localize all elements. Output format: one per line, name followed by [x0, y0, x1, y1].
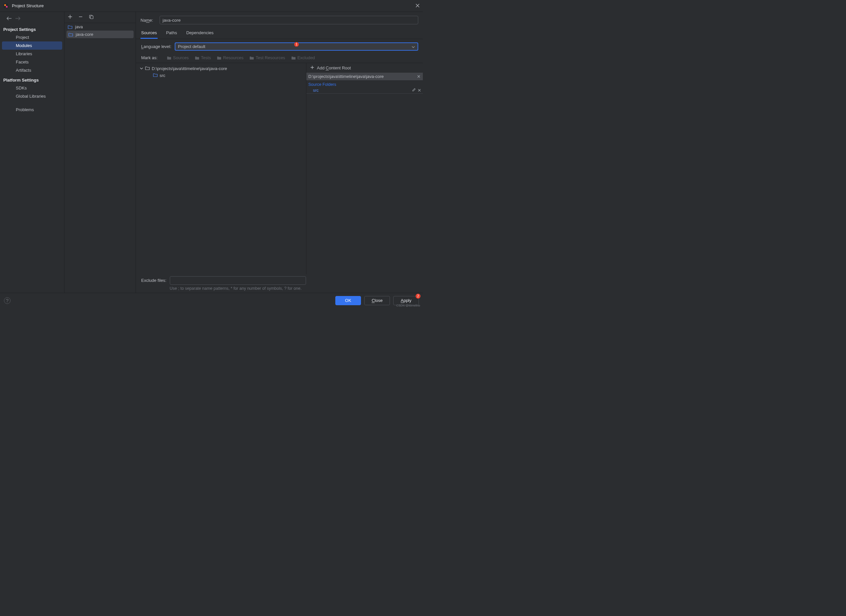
mark-as-label: Mark as: — [137, 55, 158, 60]
module-list-panel: java java-core — [65, 12, 136, 293]
add-content-root-button[interactable]: Add Content Root — [306, 63, 423, 73]
source-tree: D:\projects\java\ittimeline\java\java-co… — [136, 63, 306, 274]
module-label: java-core — [76, 32, 93, 37]
chevron-down-icon — [412, 44, 415, 49]
tree-src-label: src — [160, 73, 165, 78]
source-folders-header: Source Folders — [306, 80, 423, 88]
svg-rect-1 — [4, 4, 6, 6]
plus-icon — [310, 66, 314, 70]
ok-button[interactable]: OK — [335, 296, 361, 305]
language-level-label: Language level: — [137, 44, 172, 49]
exclude-files-label: Exclude files: — [137, 276, 166, 283]
markas-sources[interactable]: Sources — [167, 55, 189, 60]
language-level-dropdown[interactable]: Project default 1 — [175, 43, 418, 51]
content-roots-panel: Add Content Root D:\projects\java\ittime… — [306, 63, 423, 274]
nav-facets[interactable]: Facets — [0, 58, 64, 66]
module-detail-panel: Name: Sources Paths Dependencies Languag… — [136, 12, 423, 293]
content-root-row[interactable]: D:\projects\java\ittimeline\java\java-co… — [306, 73, 423, 80]
tab-paths[interactable]: Paths — [166, 28, 178, 39]
add-content-root-label: Add Content Root — [317, 66, 351, 70]
remove-icon[interactable] — [78, 15, 83, 20]
language-level-value: Project default — [178, 44, 292, 49]
tree-root-row[interactable]: D:\projects\java\ittimeline\java\java-co… — [136, 65, 306, 72]
titlebar: Project Structure — [0, 0, 423, 12]
tabs: Sources Paths Dependencies — [136, 28, 423, 39]
nav-sdks[interactable]: SDKs — [0, 84, 64, 92]
source-folder-name: src — [313, 88, 410, 93]
help-icon[interactable]: ? — [4, 297, 10, 304]
module-java-core[interactable]: java-core — [66, 31, 134, 38]
module-label: java — [75, 24, 83, 29]
tree-src-row[interactable]: src — [136, 72, 306, 79]
svg-rect-2 — [6, 6, 7, 7]
source-folder-row[interactable]: src — [306, 88, 423, 94]
back-icon[interactable] — [7, 16, 12, 21]
source-folder-icon — [153, 73, 158, 78]
close-button[interactable]: Close — [364, 296, 390, 305]
section-platform-settings: Platform Settings — [0, 74, 64, 84]
annotation-badge-2: 2 — [416, 294, 420, 299]
close-icon[interactable] — [416, 3, 420, 9]
markas-test-resources[interactable]: Test Resources — [250, 55, 285, 60]
chevron-down-icon — [140, 66, 143, 71]
tab-sources[interactable]: Sources — [141, 28, 158, 39]
module-folder-icon — [68, 32, 73, 37]
remove-content-root-icon[interactable] — [417, 74, 420, 79]
markas-tests[interactable]: Tests — [195, 55, 211, 60]
svg-rect-4 — [91, 16, 93, 19]
nav-libraries[interactable]: Libraries — [0, 50, 64, 58]
tab-dependencies[interactable]: Dependencies — [186, 28, 214, 39]
nav-modules[interactable]: Modules — [2, 41, 62, 50]
name-label: Name: — [141, 18, 156, 23]
content-root-path: D:\projects\java\ittimeline\java\java-co… — [308, 74, 417, 79]
watermark: CSDN @ittimeline — [396, 304, 420, 307]
markas-resources[interactable]: Resources — [217, 55, 244, 60]
app-icon — [3, 3, 9, 9]
forward-icon[interactable] — [15, 16, 21, 21]
add-icon[interactable] — [68, 15, 72, 20]
annotation-badge-1: 1 — [294, 42, 299, 47]
tree-root-label: D:\projects\java\ittimeline\java\java-co… — [152, 66, 227, 71]
window-title: Project Structure — [12, 3, 416, 8]
markas-excluded[interactable]: Excluded — [291, 55, 315, 60]
remove-source-folder-icon[interactable] — [418, 88, 421, 93]
module-folder-icon — [68, 25, 72, 29]
folder-icon — [145, 66, 150, 71]
section-project-settings: Project Settings — [0, 24, 64, 33]
footer: ? OK Close Apply 2 — [0, 293, 423, 308]
nav-problems[interactable]: Problems — [0, 106, 64, 114]
copy-icon[interactable] — [89, 15, 94, 20]
module-java[interactable]: java — [65, 23, 135, 31]
nav-artifacts[interactable]: Artifacts — [0, 66, 64, 74]
exclude-files-input[interactable] — [170, 276, 306, 285]
exclude-files-hint: Use ; to separate name patterns, * for a… — [170, 285, 306, 291]
nav-global-libraries[interactable]: Global Libraries — [0, 92, 64, 100]
sidebar: Project Settings Project Modules Librari… — [0, 12, 65, 293]
edit-icon[interactable] — [412, 88, 416, 93]
name-input[interactable] — [160, 16, 418, 24]
nav-project[interactable]: Project — [0, 33, 64, 41]
